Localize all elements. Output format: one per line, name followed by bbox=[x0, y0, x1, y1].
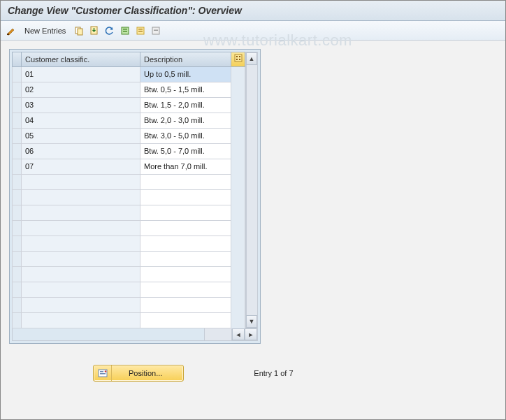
row-selector[interactable] bbox=[12, 236, 22, 252]
classific-cell[interactable] bbox=[22, 190, 140, 205]
row-selector[interactable] bbox=[12, 282, 22, 298]
classific-cell[interactable]: 07 bbox=[22, 159, 140, 175]
scroll-right-icon[interactable]: ► bbox=[245, 328, 257, 340]
row-selector[interactable] bbox=[12, 313, 22, 328]
vertical-scrollbar[interactable]: ▲ ▼ bbox=[245, 52, 258, 328]
svg-rect-12 bbox=[235, 55, 242, 61]
position-button[interactable]: Position... bbox=[93, 365, 184, 382]
svg-rect-18 bbox=[100, 371, 103, 372]
undo-icon[interactable] bbox=[103, 24, 116, 37]
row-selector[interactable] bbox=[12, 159, 22, 175]
position-button-label: Position... bbox=[112, 369, 183, 377]
description-cell[interactable] bbox=[140, 205, 231, 221]
description-cell[interactable]: Btw. 0,5 - 1,5 mill. bbox=[140, 82, 231, 98]
row-selector[interactable] bbox=[12, 82, 22, 98]
svg-rect-19 bbox=[100, 373, 106, 375]
select-block-icon[interactable] bbox=[134, 24, 147, 37]
scroll-down-icon[interactable]: ▼ bbox=[246, 315, 257, 328]
row-selector[interactable] bbox=[12, 190, 22, 205]
classific-cell[interactable] bbox=[22, 282, 140, 298]
svg-rect-13 bbox=[236, 56, 238, 57]
description-cell[interactable] bbox=[140, 175, 231, 190]
svg-rect-5 bbox=[123, 29, 127, 30]
classific-cell[interactable]: 03 bbox=[22, 98, 140, 113]
row-selector[interactable] bbox=[12, 175, 22, 190]
description-cell[interactable]: Btw. 1,5 - 2,0 mill. bbox=[140, 98, 231, 113]
row-selector[interactable] bbox=[12, 113, 22, 129]
classific-cell[interactable] bbox=[22, 298, 140, 313]
row-selector[interactable] bbox=[12, 129, 22, 144]
classific-cell[interactable]: 02 bbox=[22, 82, 140, 98]
description-cell[interactable]: Btw. 5,0 - 7,0 mill. bbox=[140, 144, 231, 159]
svg-point-20 bbox=[104, 370, 106, 372]
description-cell[interactable] bbox=[140, 221, 231, 236]
description-cell[interactable] bbox=[140, 313, 231, 328]
svg-rect-15 bbox=[236, 59, 238, 60]
svg-rect-9 bbox=[138, 31, 143, 32]
selector-header[interactable] bbox=[12, 52, 22, 67]
page-title: Change View "Customer Classification": O… bbox=[1, 1, 505, 21]
save-down-icon[interactable] bbox=[88, 24, 101, 37]
table-settings-icon[interactable] bbox=[231, 52, 245, 67]
row-selector[interactable] bbox=[12, 144, 22, 159]
svg-rect-8 bbox=[138, 29, 143, 30]
select-all-icon[interactable] bbox=[119, 24, 131, 37]
row-selector[interactable] bbox=[12, 221, 22, 236]
description-cell[interactable] bbox=[140, 236, 231, 252]
row-selector[interactable] bbox=[12, 98, 22, 113]
classific-cell[interactable]: 06 bbox=[22, 144, 140, 159]
desc-header[interactable]: Description bbox=[140, 52, 231, 67]
row-selector[interactable] bbox=[12, 267, 22, 282]
row-selector[interactable] bbox=[12, 252, 22, 267]
description-cell[interactable] bbox=[140, 190, 231, 205]
new-entries-button[interactable]: New Entries bbox=[20, 27, 70, 35]
svg-rect-16 bbox=[239, 59, 240, 60]
scroll-left-icon[interactable]: ◄ bbox=[232, 328, 245, 340]
classific-cell[interactable] bbox=[22, 267, 140, 282]
svg-rect-6 bbox=[123, 31, 127, 32]
classific-cell[interactable] bbox=[22, 205, 140, 221]
classific-cell[interactable]: 04 bbox=[22, 113, 140, 129]
description-cell[interactable]: Up to 0,5 mill. bbox=[140, 67, 231, 82]
description-cell[interactable]: Btw. 2,0 - 3,0 mill. bbox=[140, 113, 231, 129]
classific-cell[interactable] bbox=[22, 313, 140, 328]
horizontal-scrollbar[interactable]: ◄ ► bbox=[12, 328, 258, 341]
scroll-up-icon[interactable]: ▲ bbox=[246, 52, 257, 65]
svg-rect-0 bbox=[7, 34, 9, 35]
description-cell[interactable]: Btw. 3,0 - 5,0 mill. bbox=[140, 129, 231, 144]
entry-count-text: Entry 1 of 7 bbox=[254, 369, 293, 377]
row-selector[interactable] bbox=[12, 67, 22, 82]
classific-cell[interactable]: 05 bbox=[22, 129, 140, 144]
classific-cell[interactable] bbox=[22, 221, 140, 236]
row-selector[interactable] bbox=[12, 298, 22, 313]
description-cell[interactable] bbox=[140, 252, 231, 267]
classific-header[interactable]: Customer classific. bbox=[22, 52, 140, 67]
row-selector[interactable] bbox=[12, 205, 22, 221]
description-cell[interactable]: More than 7,0 mill. bbox=[140, 159, 231, 175]
svg-rect-2 bbox=[78, 29, 82, 35]
classific-cell[interactable] bbox=[22, 252, 140, 267]
copy-icon[interactable] bbox=[73, 24, 85, 37]
pencil-toggle-icon[interactable] bbox=[5, 24, 17, 37]
data-table: Customer classific.01020304050607Descrip… bbox=[9, 49, 261, 344]
classific-cell[interactable]: 01 bbox=[22, 67, 140, 82]
deselect-icon[interactable] bbox=[150, 24, 162, 37]
classific-cell[interactable] bbox=[22, 175, 140, 190]
description-cell[interactable] bbox=[140, 282, 231, 298]
description-cell[interactable] bbox=[140, 267, 231, 282]
description-cell[interactable] bbox=[140, 298, 231, 313]
toolbar: New Entries bbox=[1, 21, 505, 41]
position-icon bbox=[94, 365, 112, 381]
svg-rect-11 bbox=[154, 29, 158, 31]
classific-cell[interactable] bbox=[22, 236, 140, 252]
svg-rect-14 bbox=[239, 56, 240, 57]
